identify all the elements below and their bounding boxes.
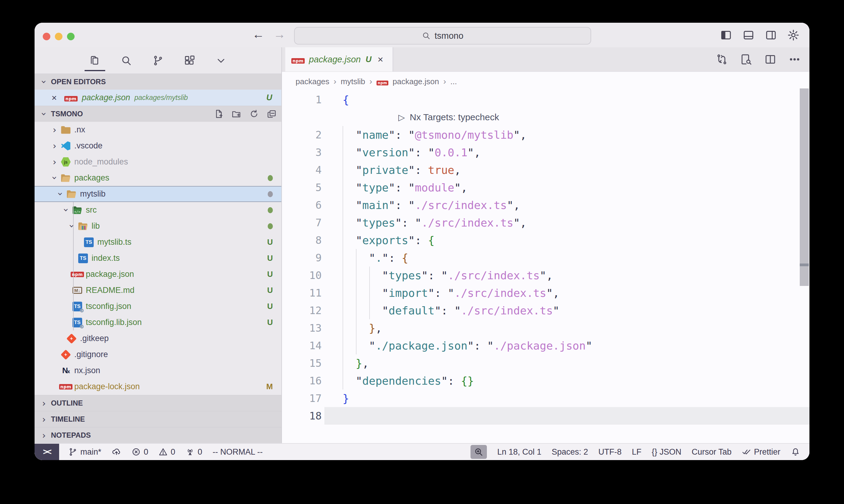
status-lf[interactable]: LF [632, 447, 641, 457]
indent-guide [369, 267, 370, 319]
scrollbar-slider[interactable] [800, 88, 809, 286]
open-editors-header[interactable]: › OPEN EDITORS [35, 74, 281, 90]
status-prettier[interactable]: Prettier [742, 447, 780, 457]
collapse-all-icon[interactable] [266, 108, 277, 119]
chevron-down-icon[interactable]: › [55, 190, 66, 199]
status-main[interactable]: main* [68, 447, 101, 457]
tree-item-package-lock-json[interactable]: npmpackage-lock.jsonM [35, 379, 281, 395]
tree-item-package-json[interactable]: npmpackage.jsonU [35, 266, 281, 282]
section-header-timeline[interactable]: ›TIMELINE [35, 411, 281, 427]
current-line-highlight [324, 407, 809, 425]
section-header-outline[interactable]: ›OUTLINE [35, 395, 281, 411]
command-center-search[interactable]: tsmono [294, 27, 591, 44]
git-change-dot [268, 223, 273, 229]
status-utf-8[interactable]: UTF-8 [599, 447, 622, 457]
activity-extensions-icon[interactable] [180, 50, 199, 71]
split-editor-icon[interactable] [763, 52, 777, 66]
more-actions-icon[interactable] [788, 52, 802, 66]
breadcrumb-item-mytslib[interactable]: mytslib [341, 77, 365, 86]
toggle-secondary-sidebar-icon[interactable] [764, 28, 778, 42]
tree-item-node-modules[interactable]: ›jsnode_modules [35, 154, 281, 170]
new-folder-icon[interactable] [231, 108, 242, 119]
status-0[interactable]: 0 [132, 447, 148, 457]
editor-group: npm package.json U × packages›mytslib›np… [282, 47, 809, 443]
status-normal[interactable]: -- NORMAL -- [212, 447, 262, 457]
tree-item-lib[interactable]: ›lib [35, 218, 281, 234]
status-bell[interactable] [791, 447, 800, 457]
tree-item-tsconfig-lib-json[interactable]: TStsconfig.lib.jsonU [35, 314, 281, 330]
folder-open-icon [66, 189, 77, 200]
tree-item-index-ts[interactable]: TSindex.tsU [35, 250, 281, 266]
git-change-dot [268, 175, 273, 181]
tree-item-label: .vscode [74, 141, 102, 150]
tree-item--gitkeep[interactable]: +.gitkeep [35, 330, 281, 346]
toggle-primary-sidebar-icon[interactable] [719, 28, 733, 42]
toggle-panel-icon[interactable] [742, 28, 756, 42]
activity-search-icon[interactable] [117, 50, 136, 71]
chevron-right-icon[interactable]: › [50, 125, 59, 135]
refresh-icon[interactable] [248, 108, 259, 119]
npm-icon: npm [64, 93, 77, 102]
breadcrumb-item-package-json[interactable]: package.json [393, 77, 439, 86]
open-editor-item[interactable]: × npm package.json packages/mytslib U [35, 90, 281, 106]
close-icon[interactable]: × [52, 93, 60, 103]
activity-explorer-icon[interactable] [86, 50, 104, 71]
breadcrumb-item-packages[interactable]: packages [296, 77, 329, 86]
activity-more-views-icon[interactable] [212, 50, 230, 71]
code-editor[interactable]: 1{▷Nx Targets: typecheck2 "name": "@tsmo… [282, 91, 809, 443]
navigate-back-icon[interactable]: ← [252, 28, 264, 41]
traffic-light-minimize[interactable] [55, 33, 63, 40]
traffic-light-close[interactable] [43, 33, 50, 40]
code-line-8: "exports": { [322, 234, 434, 247]
chevron-down-icon[interactable]: › [61, 206, 71, 215]
node-icon: js [60, 157, 71, 167]
new-file-icon[interactable] [213, 108, 224, 119]
status-zoom[interactable] [470, 445, 487, 459]
traffic-light-maximize[interactable] [67, 33, 74, 40]
tree-item--vscode[interactable]: ›.vscode [35, 138, 281, 154]
status-0[interactable]: 0 [186, 447, 202, 457]
tree-item-label: lib [91, 221, 100, 231]
status-cursor-tab[interactable]: Cursor Tab [691, 447, 731, 457]
status-0[interactable]: 0 [158, 447, 175, 457]
tree-item-readme-md[interactable]: M↓README.mdU [35, 282, 281, 298]
tree-item-src[interactable]: ›</>src [35, 202, 281, 218]
line-number: 6 [282, 199, 322, 211]
remote-indicator[interactable]: >< [35, 444, 59, 460]
explorer-section-header[interactable]: › TSMONO [35, 106, 281, 122]
activity-source-control-icon[interactable] [149, 50, 167, 71]
tab-close-icon[interactable]: × [377, 54, 383, 65]
tree-item-nx-json[interactable]: Nxnx.json [35, 363, 281, 379]
status-ln-18-col-1[interactable]: Ln 18, Col 1 [497, 447, 541, 457]
codelens-nx-targets[interactable]: ▷Nx Targets: typecheck [398, 112, 499, 122]
chevron-right-icon[interactable]: › [50, 157, 59, 167]
breadcrumb-item--[interactable]: ... [450, 77, 457, 86]
status-spaces-2[interactable]: Spaces: 2 [552, 447, 588, 457]
breadcrumb-separator: › [369, 77, 372, 86]
settings-gear-icon[interactable] [787, 28, 800, 42]
tree-item--nx[interactable]: ›.nx [35, 122, 281, 138]
open-editor-description: packages/mytslib [134, 94, 188, 102]
run-icon[interactable]: ▷ [398, 112, 405, 122]
status-cloud[interactable] [111, 447, 121, 457]
open-editor-file: package.json [82, 93, 130, 102]
tree-item-mytslib-ts[interactable]: TSmytslib.tsU [35, 234, 281, 250]
open-preview-icon[interactable] [739, 52, 753, 66]
open-changes-icon[interactable] [715, 52, 729, 66]
tab-package-json[interactable]: npm package.json U × [285, 47, 393, 71]
status-json[interactable]: {} JSON [652, 447, 682, 457]
code-line-3: "version": "0.0.1", [322, 146, 481, 159]
breadcrumb-separator: › [333, 77, 336, 86]
chevron-down-icon[interactable]: › [49, 174, 60, 183]
section-header-notepads[interactable]: ›NOTEPADS [35, 427, 281, 443]
git-status-badge: U [267, 302, 273, 311]
tree-item-mytslib[interactable]: ›mytslib [35, 186, 281, 202]
tree-item-packages[interactable]: ›packages [35, 170, 281, 186]
tree-item-tsconfig-json[interactable]: TStsconfig.jsonU [35, 298, 281, 314]
tree-item-label: mytslib [80, 189, 105, 199]
tree-item--gitignore[interactable]: +.gitignore [35, 346, 281, 363]
chevron-right-icon[interactable]: › [50, 141, 59, 151]
editor-scrollbar[interactable] [800, 88, 809, 288]
navigate-forward-icon[interactable]: → [273, 28, 286, 41]
chevron-down-icon[interactable]: › [67, 222, 77, 231]
